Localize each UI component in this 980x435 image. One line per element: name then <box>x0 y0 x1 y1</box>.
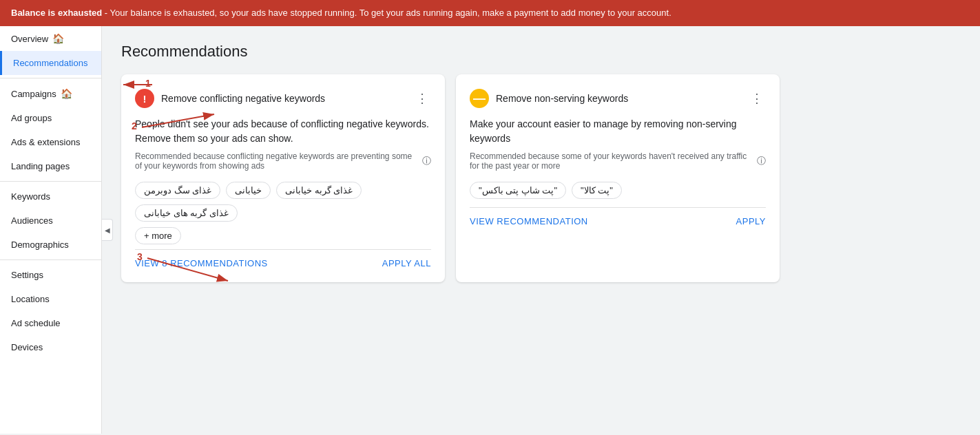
card1-body: People didn't see your ads because of co… <box>135 117 431 146</box>
sidebar-label-demographics: Demographics <box>11 240 69 250</box>
sidebar-item-overview[interactable]: Overview 🏠 <box>0 26 101 51</box>
sidebar-item-keywords[interactable]: Keywords <box>0 184 101 209</box>
card1-note: Recommended because conflicting negative… <box>135 151 431 171</box>
card2-menu-button[interactable]: ⋮ <box>748 88 766 109</box>
keyword-chip-6: "پت کالا" <box>572 182 622 199</box>
keyword-chip-5: "پت شاپ پتی باکس" <box>470 182 566 199</box>
alert-message: - Your balance is exhausted, so your ads… <box>105 8 671 18</box>
main-content: Recommendations 1 2 <box>102 26 980 434</box>
error-symbol: ! <box>143 93 147 105</box>
sidebar-label-ads-extensions: Ads & extensions <box>11 137 80 147</box>
card1-header: ! Remove conflicting negative keywords ⋮ <box>135 88 431 109</box>
sidebar-item-settings[interactable]: Settings <box>0 263 101 287</box>
keyword-chip-4: غذای گربه های خیابانی <box>135 204 238 222</box>
sidebar-item-devices[interactable]: Devices <box>0 335 101 359</box>
sidebar-divider-3 <box>0 259 101 260</box>
sidebar-label-ad-schedule: Ad schedule <box>11 318 61 328</box>
view-recommendations-button[interactable]: VIEW 8 RECOMMENDATIONS <box>135 258 268 268</box>
sidebar: Overview 🏠 Recommendations Campaigns 🏠 A… <box>0 26 102 434</box>
sidebar-item-demographics[interactable]: Demographics <box>0 233 101 257</box>
sidebar-label-settings: Settings <box>11 270 43 280</box>
sidebar-item-campaigns[interactable]: Campaigns 🏠 <box>0 81 101 106</box>
card2-title: Remove non-serving keywords <box>496 93 748 104</box>
sidebar-label-keywords: Keywords <box>11 191 50 202</box>
chevron-left-icon: ◀ <box>105 226 110 234</box>
page-title: Recommendations <box>121 43 961 61</box>
sidebar-label-locations: Locations <box>11 294 50 304</box>
sidebar-label-recommendations: Recommendations <box>13 58 87 68</box>
card1-error-icon: ! <box>135 89 154 108</box>
card2-body: Make your account easier to manage by re… <box>470 117 766 146</box>
card2-note: Recommended because some of your keyword… <box>470 151 766 171</box>
sidebar-item-locations[interactable]: Locations <box>0 287 101 311</box>
cards-area: ! Remove conflicting negative keywords ⋮… <box>121 74 961 282</box>
card-conflicting-keywords: ! Remove conflicting negative keywords ⋮… <box>121 74 445 282</box>
view-recommendation-button[interactable]: VIEW RECOMMENDATION <box>470 216 588 226</box>
sidebar-label-landing-pages: Landing pages <box>11 161 70 171</box>
alert-bold: Balance is exhausted <box>11 8 102 18</box>
sidebar-divider-1 <box>0 78 101 78</box>
card1-title: Remove conflicting negative keywords <box>161 93 413 104</box>
info-icon-1: ⓘ <box>422 155 431 167</box>
card2-keywords-row: "پت شاپ پتی باکس" "پت کالا" <box>470 182 766 199</box>
sidebar-label-audiences: Audiences <box>11 215 53 226</box>
info-icon-2: ⓘ <box>757 155 766 167</box>
sidebar-item-landing-pages[interactable]: Landing pages <box>0 154 101 178</box>
more-chip[interactable]: + more <box>135 227 181 244</box>
card2-header: — Remove non-serving keywords ⋮ <box>470 88 766 109</box>
card1-footer: VIEW 8 RECOMMENDATIONS APPLY ALL <box>135 249 431 268</box>
keyword-chip-2: خیابانی <box>226 182 271 199</box>
sidebar-label-overview: Overview <box>11 34 48 44</box>
card2-warning-icon: — <box>470 89 489 108</box>
keyword-chip-3: غذای گربه خیابانی <box>276 182 362 199</box>
warning-symbol: — <box>473 92 486 106</box>
card1-menu-button[interactable]: ⋮ <box>413 88 431 109</box>
sidebar-toggle[interactable]: ◀ <box>102 219 113 241</box>
sidebar-item-ads-extensions[interactable]: Ads & extensions <box>0 130 101 154</box>
sidebar-label-campaigns: Campaigns <box>11 89 56 99</box>
card2-footer: VIEW RECOMMENDATION APPLY <box>470 207 766 226</box>
home-icon-campaigns: 🏠 <box>61 88 72 99</box>
sidebar-item-recommendations[interactable]: Recommendations <box>0 51 101 75</box>
sidebar-divider-2 <box>0 181 101 182</box>
apply-button[interactable]: APPLY <box>736 216 766 226</box>
alert-bar: Balance is exhausted - Your balance is e… <box>0 0 980 26</box>
sidebar-item-audiences[interactable]: Audiences <box>0 209 101 233</box>
keyword-chip-1: غذای سگ دوبرمن <box>135 182 220 199</box>
sidebar-label-ad-groups: Ad groups <box>11 113 52 123</box>
apply-all-button[interactable]: APPLY ALL <box>382 258 431 268</box>
sidebar-label-devices: Devices <box>11 342 43 352</box>
card1-keywords-row: غذای سگ دوبرمن خیابانی غذای گربه خیابانی… <box>135 182 431 222</box>
sidebar-item-ad-schedule[interactable]: Ad schedule <box>0 311 101 335</box>
sidebar-item-ad-groups[interactable]: Ad groups <box>0 106 101 130</box>
card-non-serving-keywords: — Remove non-serving keywords ⋮ Make you… <box>456 74 780 282</box>
home-icon-overview: 🏠 <box>52 33 64 44</box>
